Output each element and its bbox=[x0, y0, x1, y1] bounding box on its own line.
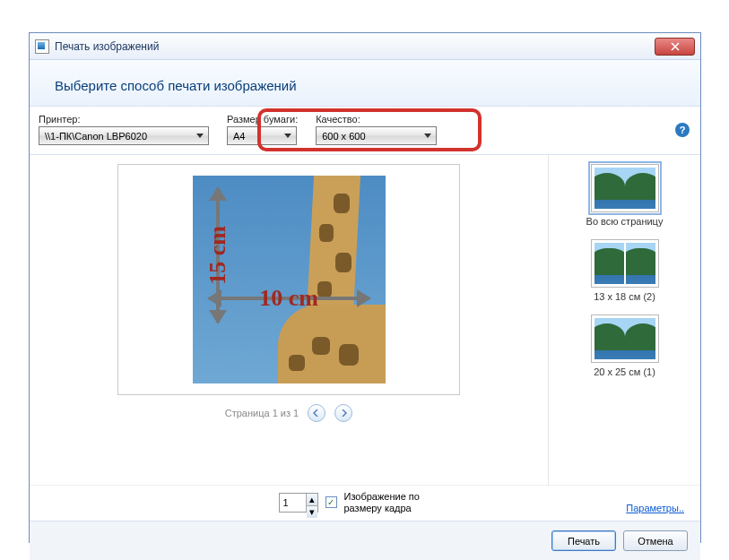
printer-select[interactable]: \\1-ПК\Canon LBP6020 bbox=[39, 126, 209, 145]
dimension-horizontal: 10 cm bbox=[209, 283, 369, 314]
step-down-icon[interactable]: ▾ bbox=[307, 506, 317, 518]
preview-frame: 15 cm 10 cm bbox=[117, 164, 460, 395]
help-icon[interactable]: ? bbox=[675, 123, 690, 137]
cancel-button[interactable]: Отмена bbox=[623, 530, 688, 551]
options-row: 1 ▴ ▾ ✓ Изображение по размеру кадра Пар… bbox=[30, 485, 700, 521]
prev-page-button[interactable] bbox=[308, 404, 325, 422]
printer-label: Принтер: bbox=[39, 114, 209, 125]
quality-select[interactable]: 600 x 600 bbox=[316, 126, 437, 145]
titlebar: Печать изображений bbox=[30, 33, 700, 60]
next-page-button[interactable] bbox=[334, 404, 352, 422]
layout-option-13x18[interactable]: 13 x 18 см (2) bbox=[560, 239, 690, 302]
toolbar: Принтер: \\1-ПК\Canon LBP6020 Размер бум… bbox=[30, 107, 700, 155]
chevron-left-icon bbox=[313, 409, 320, 417]
layout-option-20x25[interactable]: 20 x 25 см (1) bbox=[560, 314, 690, 377]
body: 15 cm 10 cm Страница 1 из 1 Во всю стран… bbox=[30, 155, 700, 485]
fit-label: Изображение по размеру кадра bbox=[344, 491, 452, 513]
print-button[interactable]: Печать bbox=[551, 530, 616, 551]
layout-label: 20 x 25 см (1) bbox=[560, 366, 690, 377]
layout-label: 13 x 18 см (2) bbox=[560, 291, 690, 302]
paper-label: Размер бумаги: bbox=[227, 114, 298, 125]
quality-label: Качество: bbox=[316, 114, 437, 125]
paper-size-select[interactable]: A4 bbox=[227, 126, 297, 145]
preview-pane: 15 cm 10 cm Страница 1 из 1 bbox=[30, 155, 548, 485]
window-title: Печать изображений bbox=[55, 40, 159, 53]
header: Выберите способ печати изображений bbox=[30, 60, 700, 107]
header-title: Выберите способ печати изображений bbox=[55, 78, 675, 93]
page-status: Страница 1 из 1 bbox=[225, 408, 299, 418]
parameters-link[interactable]: Параметры.. bbox=[626, 503, 684, 513]
footer: Печать Отмена bbox=[30, 521, 700, 560]
layout-sidebar: Во всю страницу 13 x 18 см (2) 20 x 25 с… bbox=[548, 155, 700, 485]
preview-image: 15 cm 10 cm bbox=[193, 176, 386, 383]
close-button[interactable] bbox=[655, 38, 695, 56]
pager: Страница 1 из 1 bbox=[225, 404, 352, 422]
layout-option-full[interactable]: Во всю страницу bbox=[560, 164, 690, 227]
close-icon bbox=[671, 42, 680, 51]
step-up-icon[interactable]: ▴ bbox=[307, 494, 317, 506]
copies-value: 1 bbox=[283, 497, 289, 508]
app-icon bbox=[35, 39, 49, 54]
copies-stepper[interactable]: 1 ▴ ▾ bbox=[279, 493, 318, 513]
layout-label: Во всю страницу bbox=[560, 216, 690, 227]
print-dialog: Печать изображений Выберите способ печат… bbox=[29, 32, 701, 543]
chevron-right-icon bbox=[340, 409, 347, 417]
fit-checkbox[interactable]: ✓ bbox=[325, 496, 337, 508]
